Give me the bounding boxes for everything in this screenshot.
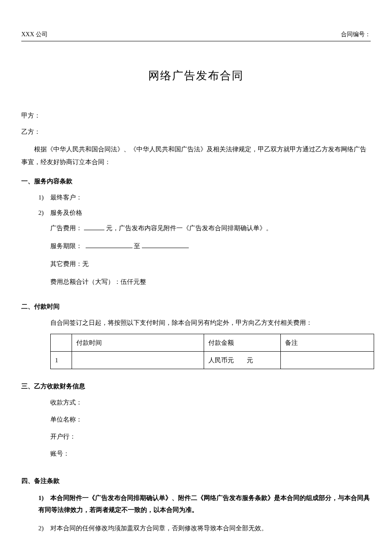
document-title: 网络广告发布合同 xyxy=(21,67,371,85)
party-a-line: 甲方： xyxy=(21,110,371,121)
preamble-text: 根据《中华人民共和国合同法》、《中华人民共和国广告法》及相关法律规定，甲乙双方就… xyxy=(21,143,371,168)
bank-line: 开户行： xyxy=(50,431,371,442)
td-time xyxy=(72,351,204,369)
table-row: 1 人民币元 元 xyxy=(51,351,374,369)
th-note: 备注 xyxy=(281,334,374,351)
company-name: XXX 公司 xyxy=(21,30,48,39)
period-prefix: 服务期限： xyxy=(50,243,82,249)
td-index: 1 xyxy=(51,351,72,369)
th-time: 付款时间 xyxy=(72,334,204,351)
section-2-heading: 二、付款时间 xyxy=(21,301,371,312)
item-text: 本合同附件一《广告发布合同排期确认单》、附件二《网络广告发布服务条款》是本合同的… xyxy=(38,494,370,514)
table-header-row: 付款时间 付款金额 备注 xyxy=(51,334,374,351)
item-number: 1) xyxy=(38,492,50,504)
s2-intro: 自合同签订之日起，将按照以下支付时间，除本合同另有约定外，甲方向乙方支付相关费用… xyxy=(50,318,371,328)
ad-fee-line: 广告费用： 元，广告发布内容见附件一《广告发布合同排期确认单》。 xyxy=(50,223,371,233)
section-4-heading: 四、备注条款 xyxy=(21,476,371,486)
item-text: 对本合同的任何修改均须加盖双方合同章，否则修改将导致本合同全部无效。 xyxy=(50,525,268,532)
th-index xyxy=(51,334,72,351)
fee-suffix: 元，广告发布内容见附件一《广告发布合同排期确认单》。 xyxy=(106,225,272,231)
s1-item-2: 2) 服务及价格 xyxy=(38,208,371,218)
period-to: 至 xyxy=(134,243,140,249)
other-fee-line: 其它费用：无 xyxy=(50,259,371,269)
payment-method-line: 收款方式： xyxy=(50,397,371,408)
item-number: 1) xyxy=(38,192,50,202)
item-number: 2) xyxy=(38,208,50,218)
section-1-heading: 一、服务内容条款 xyxy=(21,176,371,186)
page-header: XXX 公司 合同编号： xyxy=(21,30,371,41)
fee-blank xyxy=(84,224,104,230)
fee-prefix: 广告费用： xyxy=(50,225,82,231)
period-from-blank xyxy=(86,242,133,248)
party-b-line: 乙方： xyxy=(21,127,371,137)
item-label: 服务及价格 xyxy=(50,208,371,218)
s1-item-1: 1) 最终客户： xyxy=(38,192,371,202)
period-to-blank xyxy=(142,242,189,248)
item-label: 最终客户： xyxy=(50,192,371,202)
total-fee-line: 费用总额合计（大写）：伍仟元整 xyxy=(50,277,371,287)
td-amount: 人民币元 元 xyxy=(204,351,281,369)
company-name-line: 单位名称： xyxy=(50,414,371,425)
service-period-line: 服务期限： 至 xyxy=(50,241,371,251)
section-3-heading: 三、乙方收款财务信息 xyxy=(21,381,371,391)
payment-table: 付款时间 付款金额 备注 1 人民币元 元 xyxy=(50,334,374,369)
s4-item-2: 2)对本合同的任何修改均须加盖双方合同章，否则修改将导致本合同全部无效。 xyxy=(38,522,371,535)
contract-number-label: 合同编号： xyxy=(341,30,371,39)
item-number: 2) xyxy=(38,522,50,535)
account-line: 账号： xyxy=(50,448,371,459)
th-amount: 付款金额 xyxy=(204,334,281,351)
td-note xyxy=(281,351,374,369)
s4-item-1: 1)本合同附件一《广告发布合同排期确认单》、附件二《网络广告发布服务条款》是本合… xyxy=(38,492,371,516)
